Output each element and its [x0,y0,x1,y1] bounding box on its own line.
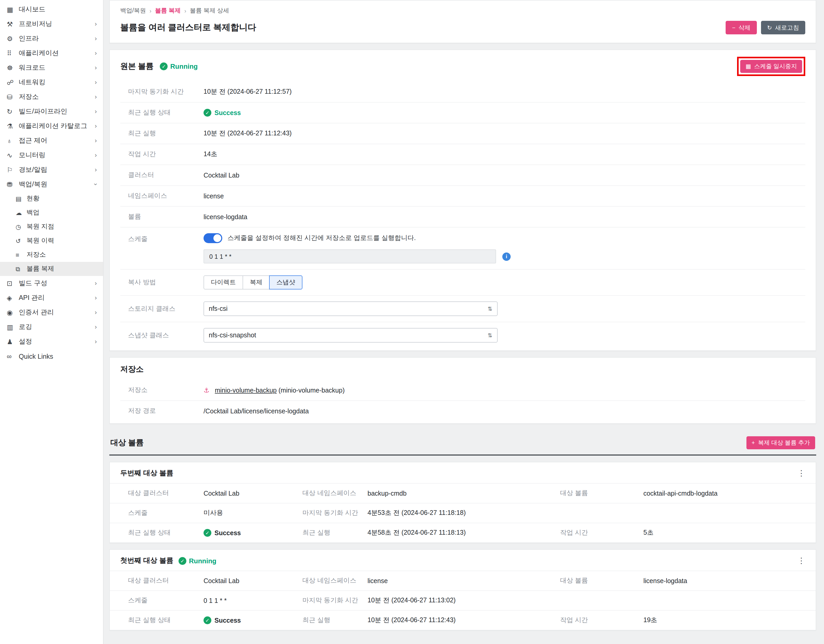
sidebar-item-label: 인프라 [19,34,95,43]
field-label: 최근 실행 [303,529,367,537]
field-value: 0 1 1 * * [203,597,303,604]
field-label: 최근 실행 상태 [128,529,203,537]
sidebar-item-logging[interactable]: ▥ 로깅 › [0,320,103,334]
copy-method-direct-button[interactable]: 다이렉트 [203,275,243,289]
field-value: 19초 [643,616,805,625]
storage-path-row: 저장 경로 /Cocktail Lab/license/license-logd… [120,401,805,421]
page-title: 볼륨을 여러 클러스터로 복제합니다 [120,22,256,33]
copy-method-segmented: 다이렉트 복제 스냅샷 [203,275,303,289]
sidebar-item-networking[interactable]: ☍ 네트워킹 › [0,75,103,89]
pause-schedule-button[interactable]: ▦ 스케줄 일시중지 [741,60,802,73]
copy-method-snapshot-button[interactable]: 스냅샷 [269,275,303,289]
field-value: 14초 [203,150,217,159]
pipeline-icon: ↻ [7,108,19,115]
field-value: 4분53초 전 (2024-06-27 11:18:18) [367,509,560,518]
sidebar-item-infra[interactable]: ⚙ 인프라 › [0,31,103,46]
history-icon: ↺ [15,237,26,244]
running-status-badge: ✓ Running [160,63,198,70]
field-value: license [367,577,560,584]
kebab-menu-button[interactable]: ⋮ [798,556,805,566]
field-label: 최근 실행 상태 [128,108,203,117]
sidebar-item-alerts[interactable]: ⚐ 경보/알림 › [0,163,103,177]
field-label: 스케줄 [128,233,203,244]
cron-input[interactable] [203,249,496,263]
info-icon[interactable]: i [502,252,510,261]
field-label: 최근 실행 상태 [128,616,203,625]
sidebar-item-backup[interactable]: ☁ 백업 [0,206,103,220]
sidebar-item-storage[interactable]: ⛁ 저장소 › [0,89,103,104]
status-badge: ✓ Success [203,529,303,537]
select-value: nfs-csi-snapshot [209,332,256,339]
chevron-right-icon: › [95,78,97,86]
sidebar-item-restore-history[interactable]: ↺ 복원 이력 [0,234,103,248]
breadcrumb-item[interactable]: 백업/복원 [120,7,146,15]
sidebar-item-label: API 관리 [19,294,95,302]
target-card-title: 두번째 대상 볼륨 [120,469,173,478]
sidebar-item-application[interactable]: ⠿ 애플리케이션 › [0,46,103,60]
application-icon: ⠿ [7,49,19,57]
sidebar-item-cert-management[interactable]: ◉ 인증서 관리 › [0,305,103,320]
header-actions: − 삭제 ↻ 새로고침 [726,21,805,34]
sidebar-item-label: 복원 이력 [26,236,97,245]
target-row: 최근 실행 상태 ✓ Success 최근 실행 4분58초 전 (2024-0… [110,523,816,543]
field-label: 대상 네임스페이스 [303,489,367,498]
breadcrumb-item: 볼륨 복제 상세 [190,7,229,15]
refresh-button[interactable]: ↻ 새로고침 [761,21,805,34]
field-value: /Cocktail Lab/license/license-logdata [203,407,309,415]
kebab-menu-button[interactable]: ⋮ [798,469,805,478]
field-label: 스케줄 [128,596,203,605]
field-value: 10분 전 (2024-06-27 11:12:43) [203,129,292,138]
sidebar-item-provisioning[interactable]: ⚒ 프로비저닝 › [0,17,103,31]
field-label: 대상 네임스페이스 [303,576,367,585]
running-status-badge: ✓ Running [178,557,216,565]
copy-method-clone-button[interactable]: 복제 [243,275,270,289]
target-volumes-header: 대상 볼륨 + 복제 대상 볼륨 추가 [109,436,816,455]
sidebar-item-label: 로깅 [19,323,95,331]
sidebar-item-build-config[interactable]: ⊡ 빌드 구성 › [0,276,103,290]
field-label: 저장 경로 [128,407,203,415]
sidebar-item-access-control[interactable]: ♁ 접근 제어 › [0,133,103,148]
monitoring-icon: ∿ [7,151,19,159]
cloud-icon: ☁ [15,209,26,216]
sidebar-item-settings[interactable]: ♟ 설정 › [0,334,103,349]
app-root: ▦ 대시보드 ⚒ 프로비저닝 › ⚙ 인프라 › ⠿ 애플리케이션 › ☸ 워크… [0,0,824,644]
storage-class-select[interactable]: nfs-csi ⇅ [203,301,498,316]
breadcrumb-item-link[interactable]: 볼륨 복제 [155,7,181,15]
snapshot-class-select[interactable]: nfs-csi-snapshot ⇅ [203,328,498,343]
status-badge: ✓ Success [203,616,303,624]
page-header: 백업/복원 › 볼륨 복제 › 볼륨 복제 상세 볼륨을 여러 클러스터로 복제… [109,0,816,43]
sidebar-item-monitoring[interactable]: ∿ 모니터링 › [0,148,103,163]
field-row: 작업 시간 14초 [120,144,805,165]
sidebar-item-dashboard[interactable]: ▦ 대시보드 [0,2,103,17]
sidebar-item-workload[interactable]: ☸ 워크로드 › [0,60,103,75]
sidebar-item-api-management[interactable]: ◈ API 관리 › [0,290,103,305]
chevron-right-icon: › [95,108,97,115]
schedule-toggle[interactable] [203,233,222,243]
field-value: Cocktail Lab [203,577,303,584]
catalog-icon: ⚗ [7,122,19,130]
chevron-right-icon: › [95,137,97,144]
field-label: 볼륨 [128,212,203,221]
sidebar-item-label: 백업 [26,208,97,217]
refresh-icon: ↻ [767,25,772,31]
add-target-volume-button[interactable]: + 복제 대상 볼륨 추가 [746,436,815,449]
sidebar-item-restore-point[interactable]: ◷ 복원 지점 [0,220,103,234]
breadcrumb: 백업/복원 › 볼륨 복제 › 볼륨 복제 상세 [120,7,805,15]
field-row: 최근 실행 상태 ✓ Success [120,103,805,123]
field-value: license-logdata [643,577,805,584]
check-icon: ✓ [203,109,211,117]
sidebar-item-backup-restore[interactable]: ⛃ 백업/복원 › [0,177,103,192]
breadcrumb-separator-icon: › [184,8,186,14]
sidebar-item-volume-replication[interactable]: ⧉ 볼륨 복제 [0,262,103,276]
sidebar-item-backup-storage[interactable]: ≡ 저장소 [0,248,103,262]
sidebar-item-label: 설정 [19,337,95,346]
clock-icon: ◷ [15,223,26,231]
backup-restore-icon: ⛃ [7,180,19,188]
delete-button[interactable]: − 삭제 [726,21,757,34]
storage-link[interactable]: minio-volume-backup [215,387,277,394]
select-chevron-icon: ⇅ [488,305,492,312]
sidebar-item-quick-links[interactable]: ∞ Quick Links [0,349,103,363]
sidebar-item-build-pipeline[interactable]: ↻ 빌드/파이프라인 › [0,104,103,119]
sidebar-item-backup-status[interactable]: ▤ 현황 [0,192,103,206]
sidebar-item-app-catalog[interactable]: ⚗ 애플리케이션 카탈로그 › [0,119,103,133]
